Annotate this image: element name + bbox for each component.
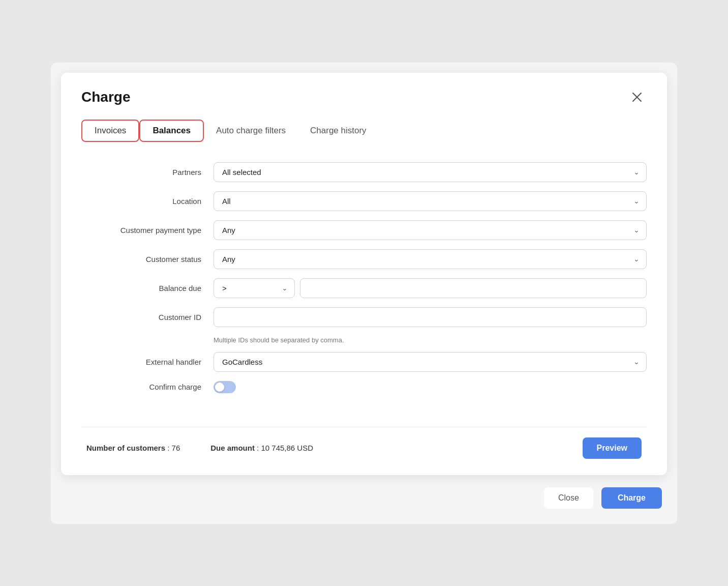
due-amount-value: 10 745,86 USD: [261, 444, 313, 452]
modal-title: Charge: [81, 89, 130, 105]
number-of-customers-label: Number of customers: [86, 444, 165, 452]
customer-payment-type-row: Customer payment type Any Credit card Di…: [81, 220, 647, 240]
close-action-button[interactable]: Close: [544, 487, 593, 509]
customer-id-input[interactable]: [214, 307, 647, 327]
number-of-customers-value: 76: [172, 444, 180, 452]
customer-id-label: Customer ID: [81, 313, 214, 321]
customer-id-helper: Multiple IDs should be separated by comm…: [214, 336, 647, 344]
charge-action-button[interactable]: Charge: [601, 487, 662, 509]
balance-operator-select[interactable]: > >= < <= =: [214, 278, 295, 298]
customer-payment-type-label: Customer payment type: [81, 226, 214, 235]
customer-status-row: Customer status Any Active Inactive ⌄: [81, 249, 647, 269]
location-row: Location All Custom ⌄: [81, 191, 647, 211]
balance-due-label: Balance due: [81, 284, 214, 292]
location-select-wrapper: All Custom ⌄: [214, 191, 647, 211]
partners-row: Partners All selected None Custom ⌄: [81, 162, 647, 182]
customer-id-control: [214, 307, 647, 327]
tabs-bar: Invoices Balances Auto charge filters Ch…: [81, 120, 647, 142]
partners-label: Partners: [81, 168, 214, 177]
confirm-charge-toggle-wrapper: [214, 381, 647, 393]
confirm-charge-label: Confirm charge: [81, 383, 214, 391]
customer-id-row: Customer ID: [81, 307, 647, 327]
bottom-actions: Close Charge: [61, 475, 667, 514]
balance-value-wrapper: [300, 278, 647, 298]
due-amount-stat: Due amount : 10 745,86 USD: [210, 444, 313, 452]
customer-status-label: Customer status: [81, 255, 214, 263]
external-handler-select-wrapper: GoCardless Stripe None ⌄: [214, 352, 647, 372]
page-wrapper: Charge Invoices Balances Auto charge fil…: [51, 63, 677, 524]
confirm-charge-toggle[interactable]: [214, 381, 236, 393]
location-label: Location: [81, 197, 214, 206]
form-section: Partners All selected None Custom ⌄ Loca…: [81, 158, 647, 415]
customer-payment-type-select[interactable]: Any Credit card Direct debit: [214, 220, 647, 240]
preview-button[interactable]: Preview: [583, 437, 642, 459]
number-of-customers-stat: Number of customers : 76: [86, 444, 180, 452]
close-icon: [631, 92, 643, 103]
balance-due-row: Balance due > >= < <= = ⌄: [81, 278, 647, 298]
close-icon-button[interactable]: [627, 90, 647, 105]
tab-balances[interactable]: Balances: [139, 120, 204, 142]
external-handler-row: External handler GoCardless Stripe None …: [81, 352, 647, 372]
number-of-customers-colon: :: [167, 444, 171, 452]
customer-payment-type-select-wrapper: Any Credit card Direct debit ⌄: [214, 220, 647, 240]
footer-bar: Number of customers : 76 Due amount : 10…: [81, 437, 647, 459]
location-select[interactable]: All Custom: [214, 191, 647, 211]
balance-amount-input[interactable]: [300, 278, 647, 298]
customer-status-select[interactable]: Any Active Inactive: [214, 249, 647, 269]
footer-info: Number of customers : 76 Due amount : 10…: [86, 444, 583, 452]
tab-invoices[interactable]: Invoices: [81, 120, 139, 142]
balance-operator-wrapper: > >= < <= = ⌄: [214, 278, 295, 298]
customer-status-select-wrapper: Any Active Inactive ⌄: [214, 249, 647, 269]
partners-select-wrapper: All selected None Custom ⌄: [214, 162, 647, 182]
partners-select[interactable]: All selected None Custom: [214, 162, 647, 182]
balance-due-controls: > >= < <= = ⌄: [214, 278, 647, 298]
modal-header: Charge: [81, 89, 647, 105]
external-handler-select[interactable]: GoCardless Stripe None: [214, 352, 647, 372]
tab-charge-history[interactable]: Charge history: [298, 121, 379, 141]
form-divider: [81, 427, 647, 427]
external-handler-label: External handler: [81, 358, 214, 366]
tab-auto-charge-filters[interactable]: Auto charge filters: [204, 121, 298, 141]
confirm-charge-row: Confirm charge: [81, 381, 647, 393]
modal-dialog: Charge Invoices Balances Auto charge fil…: [61, 73, 667, 475]
due-amount-label: Due amount: [210, 444, 255, 452]
toggle-slider: [214, 381, 236, 393]
